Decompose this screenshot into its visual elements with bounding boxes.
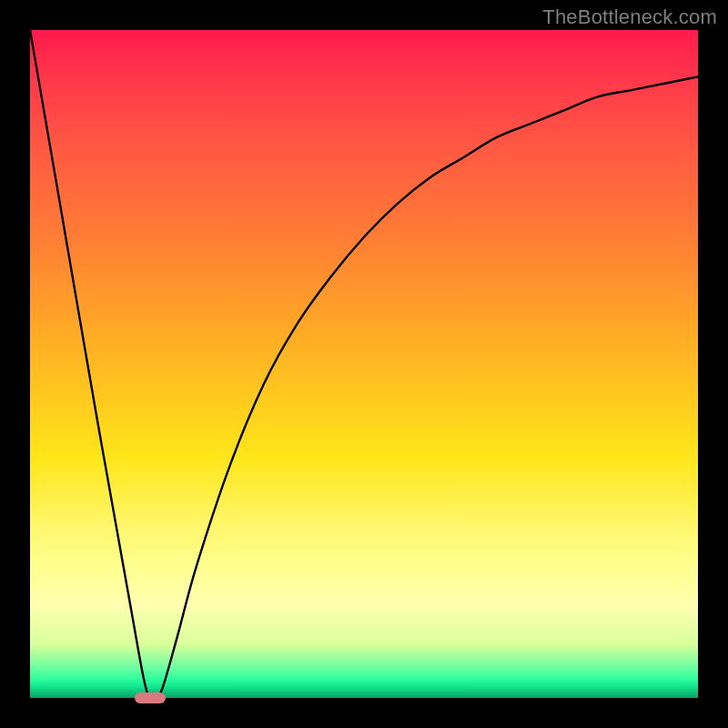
chart-frame: TheBottleneck.com [0, 0, 728, 728]
plot-area [30, 30, 698, 698]
curve-path [30, 30, 698, 698]
optimal-marker [135, 693, 166, 703]
bottleneck-curve [30, 30, 698, 698]
watermark-text: TheBottleneck.com [542, 5, 717, 29]
